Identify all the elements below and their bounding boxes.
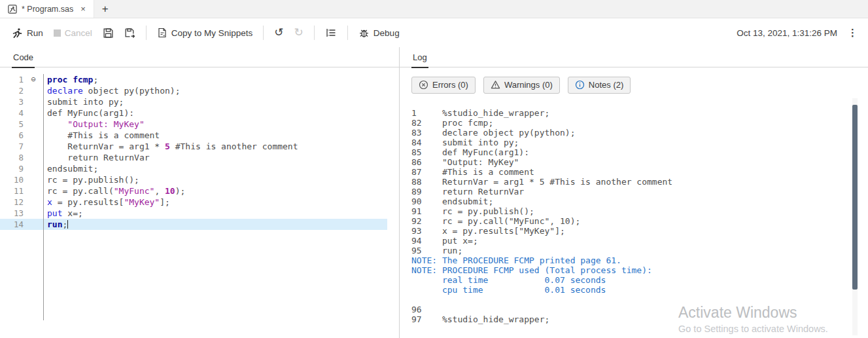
log-line: NOTE: The PROCEDURE FCMP printed page 61… [411,255,868,265]
line-number: 14 [0,219,26,230]
log-panel-header: Log [400,47,868,67]
errors-filter-label: Errors (0) [432,80,468,90]
stop-icon [54,29,61,37]
code-line[interactable]: 2declare object py(python); [0,85,387,96]
log-line: 94 put x=; [411,236,868,246]
log-line: 89 return ReturnVar [411,187,868,197]
code-line[interactable]: 9endsubmit; [0,163,387,174]
code-line[interactable]: 8 return ReturnVar [0,152,387,163]
notes-filter-button[interactable]: Notes (2) [568,77,631,94]
tab-code[interactable]: Code [12,47,35,68]
log-scrollbar-thumb[interactable] [852,105,858,290]
code-panel-header: Code [0,47,399,67]
notes-filter-label: Notes (2) [589,80,623,90]
code-line[interactable]: 4def MyFunc(arg1): [0,107,387,119]
log-panel: Log Errors (0) [399,47,868,338]
code-line[interactable]: 11rc = py.call("MyFunc", 10); [0,185,387,197]
code-line[interactable]: 1⊖proc fcmp; [0,74,387,85]
log-line [411,295,868,305]
log-scrollbar[interactable] [852,98,858,335]
undo-button[interactable]: ↺ [274,28,283,38]
save-icon [103,28,114,39]
code-lines: 1⊖proc fcmp;2declare object py(python);3… [0,74,399,230]
toolbar-right-group: Oct 13, 2021, 1:31:26 PM ⋮ [737,27,860,39]
format-code-icon [325,27,337,39]
code-line[interactable]: 14run; [0,219,387,230]
log-output: 1 %studio_hide_wrapper;82 proc fcmp;83 d… [411,108,868,324]
redo-icon: ↻ [294,28,304,38]
more-options-button[interactable]: ⋮ [845,27,860,39]
gutter-divider [43,74,44,320]
log-line: 87 #This is a comment [411,167,868,177]
code-line[interactable]: 13put x=; [0,208,387,219]
log-line: 93 x = py.results["MyKey"]; [411,226,868,236]
log-line: 1 %studio_hide_wrapper; [411,108,868,118]
fold-spacer [26,130,41,141]
fold-spacer [26,96,41,107]
toolbar-left-group: Run Cancel [12,26,400,40]
save-as-icon [124,28,135,39]
code-line[interactable]: 3submit into py; [0,96,387,107]
code-editor[interactable]: 1⊖proc fcmp;2declare object py(python);3… [0,67,399,338]
code-text: return ReturnVar [41,152,150,163]
save-as-button[interactable] [124,28,135,39]
line-number: 5 [0,119,26,130]
run-button[interactable]: Run [12,28,43,39]
toolbar-separator [314,26,315,40]
line-number: 9 [0,163,26,174]
tab-log[interactable]: Log [411,47,428,68]
log-line: cpu time 0.01 seconds [411,285,868,295]
line-number: 2 [0,85,26,96]
log-line: 90 endsubmit; [411,197,868,206]
code-panel: Code 1⊖proc fcmp;2declare object py(pyth… [0,47,399,338]
code-text: ReturnVar = arg1 * 5 #This is another co… [41,141,298,152]
warnings-filter-button[interactable]: Warnings (0) [483,77,560,94]
log-line: 97 %studio_hide_wrapper; [411,314,868,324]
log-line: 84 submit into py; [411,138,868,147]
warning-triangle-icon [491,80,500,90]
copy-to-snippets-label: Copy to My Snippets [171,28,253,38]
code-text: put x=; [41,208,83,219]
error-circle-icon [419,80,428,90]
log-filter-toolbar: Errors (0) Warnings (0) [411,77,868,94]
code-line[interactable]: 6 #This is a comment [0,130,387,141]
code-text: "Output: MyKey" [41,119,145,130]
errors-filter-button[interactable]: Errors (0) [411,77,476,94]
line-number: 12 [0,197,26,208]
code-text: rc = py.publish(); [41,174,139,185]
code-text: #This is a comment [41,130,160,141]
log-line: 95 run; [411,246,868,255]
cancel-button[interactable]: Cancel [54,28,92,38]
code-text: submit into py; [41,96,124,107]
format-code-button[interactable] [325,27,337,39]
fold-spacer [26,85,41,96]
tab-close-icon[interactable]: × [80,4,86,14]
editor-toolbar: Run Cancel [0,18,868,47]
fold-spacer [26,219,41,230]
copy-to-snippets-button[interactable]: Copy to My Snippets [157,28,253,38]
debug-button[interactable]: Debug [358,28,400,39]
line-number: 10 [0,174,26,185]
log-line: NOTE: PROCEDURE FCMP used (Total process… [411,265,868,275]
fold-collapse-icon[interactable]: ⊖ [26,74,41,85]
save-button[interactable] [103,28,114,39]
log-line: 85 def MyFunc(arg1): [411,147,868,157]
document-tab-bar: * Program.sas × + [0,0,868,18]
log-line: 92 rc = py.call("MyFunc", 10); [411,216,868,226]
line-number: 1 [0,74,26,85]
sas-program-file-icon [8,5,17,14]
new-tab-button[interactable]: + [94,0,116,18]
code-line[interactable]: 7 ReturnVar = arg1 * 5 #This is another … [0,141,387,152]
run-icon [12,28,23,39]
tab-program-sas[interactable]: * Program.sas × [0,0,94,18]
debug-label: Debug [373,28,400,38]
fold-spacer [26,197,41,208]
redo-button[interactable]: ↻ [294,28,304,38]
split-panels: Code 1⊖proc fcmp;2declare object py(pyth… [0,47,868,338]
fold-spacer [26,174,41,185]
code-line[interactable]: 10rc = py.publish(); [0,174,387,185]
code-line[interactable]: 5 "Output: MyKey" [0,119,387,130]
code-line[interactable]: 12x = py.results["MyKey"]; [0,197,387,208]
code-text: rc = py.call("MyFunc", 10); [41,185,185,197]
tab-title: * Program.sas [22,5,73,14]
